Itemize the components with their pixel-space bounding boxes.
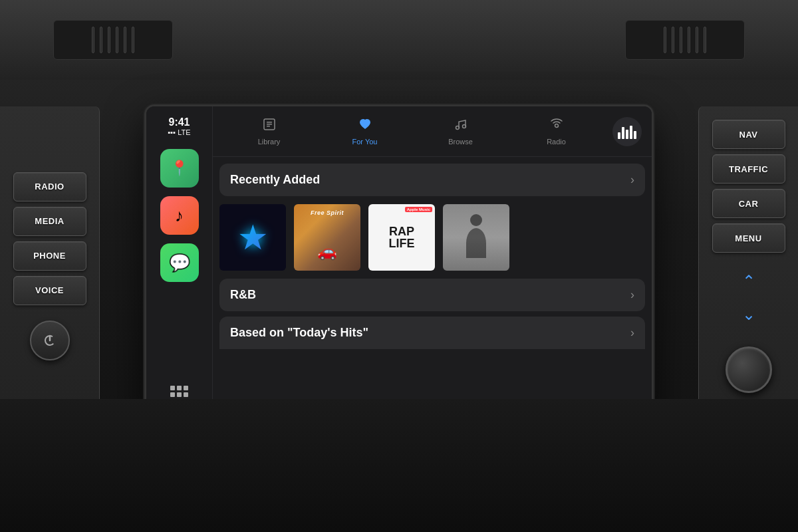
status-bar: 9:41 ▪▪▪ LTE xyxy=(168,116,190,136)
dashboard-top xyxy=(0,0,798,80)
vent-slot xyxy=(704,27,706,53)
silhouette-figure xyxy=(463,214,489,261)
recently-added-title: Recently Added xyxy=(230,173,320,187)
content-area: Recently Added › Free Spirit 🚗 App xyxy=(213,157,652,426)
tab-browse[interactable]: Browse xyxy=(414,113,507,150)
clock: 9:41 xyxy=(168,116,190,128)
nav-button[interactable]: NAV xyxy=(712,120,785,149)
svg-rect-3 xyxy=(267,122,272,123)
signal-indicator: ▪▪▪ LTE xyxy=(168,128,190,136)
vent-slot xyxy=(92,27,94,53)
library-tab-label: Library xyxy=(258,138,281,146)
now-playing-button[interactable] xyxy=(612,117,642,146)
tab-library[interactable]: Library xyxy=(223,113,315,150)
rnb-arrow: › xyxy=(630,288,634,302)
navigation-arrows: ⌃ ⌄ xyxy=(732,268,765,328)
album-4-silhouette[interactable] xyxy=(443,204,509,271)
media-button[interactable]: MEDIA xyxy=(13,207,86,236)
album-art-row: Free Spirit 🚗 Apple Music RAP LIFE xyxy=(213,196,652,279)
dashboard-bottom xyxy=(0,399,798,532)
vent-slot xyxy=(100,27,102,53)
vent-slot xyxy=(672,27,674,53)
traffic-button[interactable]: TRAFFIC xyxy=(712,154,785,184)
vent-slot xyxy=(680,27,682,53)
library-icon xyxy=(262,117,277,135)
rnb-title: R&B xyxy=(230,288,256,302)
scroll-up-button[interactable]: ⌃ xyxy=(732,268,765,295)
left-vent xyxy=(53,20,173,60)
based-on-section[interactable]: Based on "Today's Hits" › xyxy=(219,317,645,349)
phone-button[interactable]: PHONE xyxy=(13,241,86,271)
svg-point-6 xyxy=(456,126,459,130)
infotainment-screen: 9:41 ▪▪▪ LTE ♪ 💬 xyxy=(146,106,652,426)
car-button[interactable]: CAR xyxy=(712,189,785,218)
maps-app-icon[interactable] xyxy=(160,149,199,188)
apple-music-badge: Apple Music xyxy=(405,207,432,212)
free-spirit-car-icon: 🚗 xyxy=(317,242,337,261)
vent-slot xyxy=(132,27,134,53)
main-content-area: Library For You xyxy=(213,106,652,426)
svg-rect-4 xyxy=(267,124,272,125)
right-control-panel: NAV TRAFFIC CAR MENU ⌃ ⌄ xyxy=(698,106,798,426)
music-note-icon xyxy=(454,117,468,135)
left-control-panel: RADIO MEDIA PHONE VOICE xyxy=(0,106,100,426)
car-dashboard: RADIO MEDIA PHONE VOICE NAV TRAFFIC CAR … xyxy=(0,0,798,532)
rap-life-title: RAP LIFE xyxy=(389,225,415,249)
recently-added-arrow: › xyxy=(630,173,634,187)
vent-slot xyxy=(124,27,126,53)
radio-tab-label: Radio xyxy=(547,138,566,146)
heart-icon xyxy=(358,117,372,135)
music-app-icon[interactable]: ♪ xyxy=(160,196,199,235)
now-playing-icon xyxy=(618,124,636,139)
vent-slot xyxy=(116,27,118,53)
rnb-section[interactable]: R&B › xyxy=(219,279,645,311)
volume-knob[interactable] xyxy=(726,346,772,393)
voice-button[interactable]: VOICE xyxy=(13,276,86,305)
menu-button[interactable]: MENU xyxy=(712,223,785,253)
tab-for-you[interactable]: For You xyxy=(319,113,411,150)
free-spirit-title: Free Spirit xyxy=(311,209,344,216)
album-3-rap-life[interactable]: Apple Music RAP LIFE xyxy=(368,204,435,271)
browse-tab-label: Browse xyxy=(448,138,473,146)
messages-icon-glyph: 💬 xyxy=(169,253,190,273)
based-on-title: Based on "Today's Hits" xyxy=(230,326,368,340)
power-button[interactable] xyxy=(30,321,70,360)
tab-radio[interactable]: Radio xyxy=(510,113,602,150)
svg-rect-5 xyxy=(267,126,270,127)
music-icon-glyph: ♪ xyxy=(175,205,184,226)
vent-slot xyxy=(688,27,690,53)
vent-slot xyxy=(664,27,666,53)
radio-waves-icon xyxy=(549,117,565,135)
scroll-down-button[interactable]: ⌄ xyxy=(732,301,765,328)
svg-point-7 xyxy=(462,125,466,128)
for-you-tab-label: For You xyxy=(352,138,378,146)
based-on-arrow: › xyxy=(630,326,634,340)
recently-added-section[interactable]: Recently Added › xyxy=(219,164,645,196)
album-1[interactable] xyxy=(219,204,286,271)
radio-button[interactable]: RADIO xyxy=(13,172,86,201)
right-vent xyxy=(625,20,745,60)
album-2-free-spirit[interactable]: Free Spirit 🚗 xyxy=(294,204,360,271)
vent-slot xyxy=(108,27,110,53)
navigation-tabs: Library For You xyxy=(213,106,652,157)
app-sidebar: 9:41 ▪▪▪ LTE ♪ 💬 xyxy=(146,106,213,426)
vent-slot xyxy=(696,27,698,53)
svg-point-8 xyxy=(555,124,558,128)
messages-app-icon[interactable]: 💬 xyxy=(160,243,199,282)
